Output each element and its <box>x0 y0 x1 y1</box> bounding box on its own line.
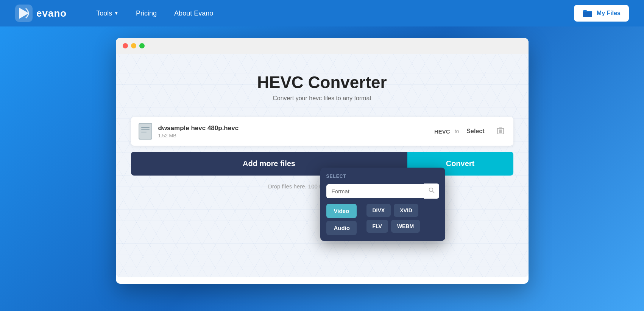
format-select-button[interactable]: Select <box>463 126 487 136</box>
tools-arrow-icon: ▼ <box>114 11 119 16</box>
dropdown-body: Video Audio DIVX XVID <box>326 204 439 235</box>
logo-text: evano <box>36 8 67 19</box>
format-flv[interactable]: FLV <box>366 220 388 233</box>
svg-line-6 <box>432 191 434 193</box>
minimize-button-icon[interactable] <box>131 43 136 48</box>
category-audio-tab[interactable]: Audio <box>326 221 357 235</box>
converter-body: HEVC Converter Convert your hevc files t… <box>116 54 529 277</box>
search-icon <box>429 187 435 193</box>
folder-icon <box>582 9 593 18</box>
close-button-icon[interactable] <box>123 43 128 48</box>
navbar: evano Tools ▼ Pricing About Evano My Fil… <box>0 0 644 26</box>
nav-pricing[interactable]: Pricing <box>129 6 164 20</box>
delete-file-button[interactable] <box>495 125 506 138</box>
category-tabs: Video Audio <box>326 204 357 235</box>
browser-window: HEVC Converter Convert your hevc files t… <box>116 38 529 284</box>
file-row: dwsample hevc 480p.hevc 1.52 MB HEVC to … <box>131 117 513 146</box>
main-content: HEVC Converter Convert your hevc files t… <box>0 26 644 295</box>
search-button[interactable] <box>424 183 439 199</box>
file-info: dwsample hevc 480p.hevc 1.52 MB <box>158 124 434 138</box>
format-search-row <box>326 183 439 199</box>
file-size: 1.52 MB <box>158 133 434 138</box>
browser-titlebar <box>116 38 529 54</box>
select-dropdown: SELECT Video <box>320 168 445 241</box>
category-video-tab[interactable]: Video <box>326 204 357 218</box>
logo-area: evano <box>15 5 67 22</box>
format-from-label: HEVC <box>434 128 450 135</box>
nav-tools[interactable]: Tools ▼ <box>89 6 125 20</box>
page-subtitle: Convert your hevc files to any format <box>131 95 513 102</box>
logo-icon <box>15 5 33 22</box>
select-label: SELECT <box>326 174 439 179</box>
svg-rect-3 <box>139 124 151 139</box>
page-title: HEVC Converter <box>131 73 513 92</box>
maximize-button-icon[interactable] <box>139 43 145 48</box>
my-files-button[interactable]: My Files <box>574 5 629 22</box>
format-options: DIVX XVID FLV WEBM <box>366 204 439 233</box>
format-grid: DIVX XVID FLV WEBM <box>366 204 439 233</box>
nav-links: Tools ▼ Pricing About Evano <box>89 6 574 20</box>
format-webm[interactable]: WEBM <box>391 220 420 233</box>
file-name: dwsample hevc 480p.hevc <box>158 124 434 132</box>
file-icon <box>139 123 152 140</box>
nav-about[interactable]: About Evano <box>167 6 220 20</box>
file-format-area: HEVC to Select <box>434 125 506 138</box>
format-search-input[interactable] <box>326 184 424 198</box>
trash-icon <box>497 126 504 135</box>
format-divx[interactable]: DIVX <box>366 204 391 217</box>
format-xvid[interactable]: XVID <box>394 204 418 217</box>
format-to-text: to <box>455 128 459 134</box>
